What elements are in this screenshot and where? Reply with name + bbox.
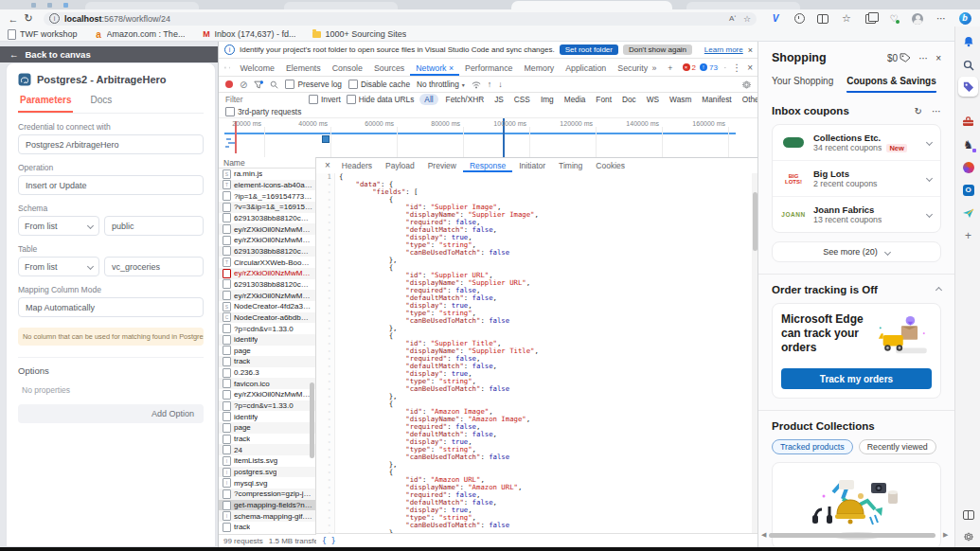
devtools-tab-console[interactable]: Console	[327, 60, 368, 76]
profile-avatar[interactable]	[910, 11, 925, 27]
read-aloud-icon[interactable]: Aʹ	[729, 14, 736, 23]
request-row[interactable]: identify	[219, 411, 315, 422]
detail-tab-payload[interactable]: Payload	[379, 158, 421, 172]
hide-data-urls-checkbox[interactable]: Hide data URLs	[347, 95, 415, 104]
shopping-more-icon[interactable]: ⋯	[918, 53, 928, 63]
refresh-coupons-icon[interactable]: ↻	[915, 106, 922, 116]
request-row[interactable]: ey/rZXkiOil0NzMwMTBjMi1...	[219, 389, 315, 400]
type-filter-font[interactable]: Font	[593, 95, 615, 104]
active-browser-tab[interactable]	[511, 1, 672, 9]
request-row[interactable]: Imysql.svg	[219, 477, 315, 489]
network-settings-icon[interactable]	[741, 80, 752, 90]
drop-icon[interactable]	[958, 203, 978, 222]
type-filter-img[interactable]: Img	[538, 95, 557, 104]
node-tab-parameters[interactable]: Parameters	[18, 95, 73, 113]
learn-more-link[interactable]: Learn more	[704, 45, 743, 54]
filter-input[interactable]	[225, 95, 303, 104]
type-filter-media[interactable]: Media	[561, 95, 589, 104]
coupon-row[interactable]: Collections Etc.34 recent couponsNew	[773, 125, 940, 160]
requests-scrollbar[interactable]	[310, 382, 314, 458]
favorite-star-icon[interactable]: ☆	[743, 14, 751, 24]
request-row[interactable]: TCircularXXWeb-Book-cd7d...	[219, 257, 315, 268]
pill-tracked-products[interactable]: Tracked products	[772, 439, 853, 454]
split-screen-icon[interactable]	[815, 11, 830, 27]
type-filter-ws[interactable]: WS	[644, 95, 662, 104]
shopping-tab-your-shopping[interactable]: Your Shopping	[772, 76, 833, 93]
bookmark-item[interactable]: 1000+ Sourcing Sites	[312, 29, 406, 39]
type-filter-css[interactable]: CSS	[511, 95, 533, 104]
request-row[interactable]: 62913038bb88120c8d0102a7	[219, 279, 315, 291]
cashback-balance[interactable]: $0	[887, 53, 911, 63]
address-bar[interactable]: i localhost :5678/workflow/24 Aʹ ☆	[44, 12, 757, 26]
request-row[interactable]: 62913038bb88120c8d0102a7	[219, 246, 315, 258]
shopping-icon[interactable]	[958, 77, 978, 97]
detail-tab-cookies[interactable]: Cookies	[589, 158, 632, 172]
type-filter-manifest[interactable]: Manifest	[699, 95, 734, 104]
request-row[interactable]: 24	[219, 444, 315, 455]
shopping-tab-coupons---savings[interactable]: Coupons & Savings	[846, 76, 935, 93]
request-row[interactable]: identify	[219, 334, 315, 346]
request-row[interactable]: ey/rZXkiOil0NzMwMTBjMi1...	[219, 290, 315, 301]
third-party-checkbox[interactable]: 3rd-party requests	[225, 107, 301, 116]
invert-checkbox[interactable]: Invert	[309, 95, 341, 104]
chevron-down-icon[interactable]	[926, 175, 933, 182]
request-row[interactable]: favicon.ico	[219, 378, 315, 389]
favorites-icon[interactable]: ☆	[839, 11, 854, 27]
bing-chat-icon[interactable]: b	[957, 11, 972, 27]
detail-tab-response[interactable]: Response	[463, 158, 512, 172]
type-filter-js[interactable]: JS	[491, 95, 507, 104]
toolbox-icon[interactable]	[958, 112, 978, 132]
request-row[interactable]: track	[219, 434, 315, 445]
request-row[interactable]: ?compression=gzip-js&ip=...	[219, 489, 315, 500]
set-root-folder-button[interactable]: Set root folder	[560, 44, 618, 55]
request-row[interactable]: CNodeCreator-a6bdb8af.css	[219, 312, 315, 324]
type-filter-all[interactable]: All	[419, 94, 437, 105]
bookmark-item[interactable]: MInbox (174,637) - fd...	[202, 29, 295, 39]
tab-strip[interactable]	[0, 0, 980, 9]
settings-gear-icon[interactable]	[724, 62, 726, 73]
network-conditions-icon[interactable]	[472, 80, 481, 89]
request-row[interactable]: ?p=cdn&v=1.33.0	[219, 323, 315, 334]
inspect-icon[interactable]	[224, 62, 226, 73]
microsoft365-icon[interactable]	[958, 157, 978, 177]
detail-tab-preview[interactable]: Preview	[421, 158, 463, 172]
close-banner-icon[interactable]: ×	[748, 45, 753, 55]
see-more-button[interactable]: See more (20)	[772, 241, 941, 262]
devtools-tab-welcome[interactable]: Welcome	[234, 60, 280, 76]
operation-select[interactable]: Insert or Update	[18, 175, 204, 195]
filter-icon[interactable]	[254, 80, 263, 89]
shopping-close-icon[interactable]: ×	[935, 53, 941, 63]
games-icon[interactable]: ♞	[958, 134, 978, 154]
devtools-tab-application[interactable]: Application	[560, 60, 612, 76]
bookmark-item[interactable]: aAmazon.com : The...	[95, 29, 186, 39]
detail-tab-timing[interactable]: Timing	[552, 158, 589, 172]
issues-badge[interactable]: !73	[700, 63, 718, 72]
error-badge[interactable]: ×2	[683, 63, 696, 72]
search-icon[interactable]	[958, 55, 978, 75]
extension-v-icon[interactable]: V	[768, 11, 783, 27]
detail-tab-initiator[interactable]: Initiator	[512, 158, 552, 172]
coupon-row[interactable]: BIGLOTS!Big Lots2 recent coupons	[773, 160, 940, 196]
pill-recently-viewed[interactable]: Recently viewed	[859, 439, 936, 454]
type-filter-fetchxhr[interactable]: Fetch/XHR	[443, 95, 488, 104]
schema-mode-select[interactable]: From list	[18, 216, 99, 236]
more-tabs-icon[interactable]: »	[646, 60, 662, 76]
devtools-tab-sources[interactable]: Sources	[368, 60, 410, 76]
devtools-tab-elements[interactable]: Elements	[280, 60, 327, 76]
request-row[interactable]: track	[219, 356, 315, 367]
add-tab-icon[interactable]: +	[662, 60, 678, 76]
hscroll-right-arrow[interactable]: ▶	[943, 531, 948, 539]
request-row[interactable]: get-mapping-fields?nodeTy...	[219, 500, 315, 511]
request-row[interactable]: SNodeCreator-4fd2a310.js	[219, 301, 315, 312]
browser-essentials-icon[interactable]: ♡	[886, 11, 901, 27]
node-tab-docs[interactable]: Docs	[88, 95, 114, 113]
pretty-print-button[interactable]: { }	[322, 537, 335, 545]
request-row[interactable]: track	[219, 522, 315, 533]
devtools-tab-memory[interactable]: Memory	[518, 60, 560, 76]
outlook-icon[interactable]: O	[958, 180, 978, 200]
request-row[interactable]: Ischema-mapping-gif.gif	[219, 510, 315, 522]
browser-tab[interactable]	[284, 2, 398, 9]
coupon-row[interactable]: JOANNJoann Fabrics13 recent coupons	[773, 196, 940, 232]
request-row[interactable]: ey/rZXkiOil0NzMwMTBjMi1...	[219, 268, 315, 279]
table-value-input[interactable]: vc_groceries	[104, 257, 204, 276]
